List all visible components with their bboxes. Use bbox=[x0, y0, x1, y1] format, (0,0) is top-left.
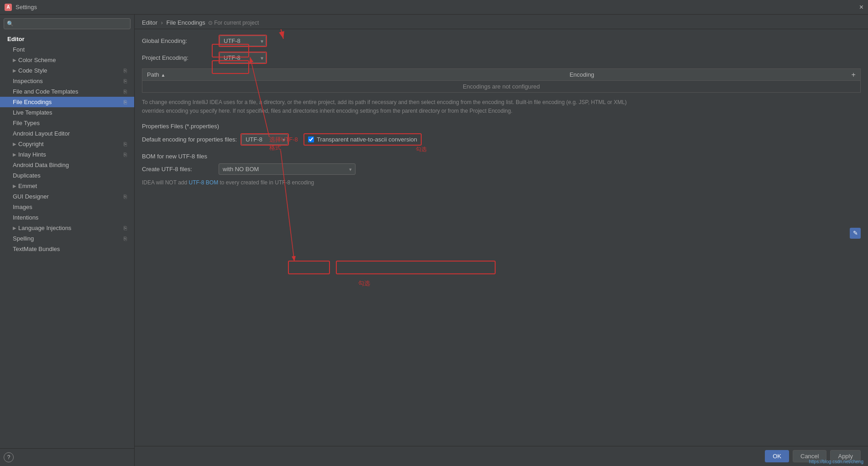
window-title: Settings bbox=[16, 4, 37, 10]
sidebar-item-android-data-binding[interactable]: Android Data Binding bbox=[0, 160, 134, 170]
info-text: To change encoding IntelliJ IDEA uses fo… bbox=[142, 98, 644, 115]
sidebar-item-label: Android Layout Editor bbox=[13, 130, 70, 137]
sidebar-item-font[interactable]: Font bbox=[0, 44, 134, 55]
sidebar-item-file-types[interactable]: File Types bbox=[0, 118, 134, 128]
breadcrumb-current: File Encodings bbox=[167, 19, 205, 26]
for-project-text: ⊙ For current project bbox=[208, 20, 259, 26]
sidebar-item-images[interactable]: Images bbox=[0, 202, 134, 212]
sidebar-item-file-encodings[interactable]: File Encodings ⎘ bbox=[0, 97, 134, 107]
sidebar-item-label: Live Templates bbox=[13, 109, 52, 116]
sidebar-item-label: Images bbox=[13, 204, 32, 210]
global-encoding-label: Global Encoding: bbox=[142, 37, 215, 44]
project-encoding-select[interactable]: UTF-8 UTF-16 ISO-8859-1 bbox=[220, 52, 266, 63]
breadcrumb-parent: Editor bbox=[142, 19, 157, 26]
main-header: Editor › File Encodings ⊙ For current pr… bbox=[135, 15, 868, 29]
sidebar-item-label: Color Scheme bbox=[18, 57, 56, 63]
sidebar-item-language-injections[interactable]: ▶ Language Injections ⎘ bbox=[0, 223, 134, 233]
watermark: https://blog.csdn.net/cheng bbox=[809, 459, 863, 464]
sidebar-item-inlay-hints[interactable]: ▶ Inlay Hints ⎘ bbox=[0, 149, 134, 160]
sidebar-item-gui-designer[interactable]: GUI Designer ⎘ bbox=[0, 191, 134, 202]
expand-arrow-icon: ▶ bbox=[13, 152, 16, 157]
idea-note: IDEA will NOT add UTF-8 BOM to every cre… bbox=[142, 179, 861, 186]
sidebar-item-label: Spelling bbox=[13, 235, 34, 242]
expand-arrow-icon: ▶ bbox=[13, 68, 16, 73]
bottom-bar: OK Cancel Apply bbox=[135, 446, 868, 466]
utf8-bom-link[interactable]: UTF-8 BOM bbox=[189, 179, 219, 186]
sidebar-item-spelling[interactable]: Spelling ⎘ bbox=[0, 233, 134, 244]
create-utf8-row: Create UTF-8 files: with NO BOM with BOM… bbox=[142, 163, 861, 175]
dialog-body: 🔍 Editor Font ▶ Color Scheme ▶ Code Styl… bbox=[0, 15, 868, 466]
sidebar-item-android-layout-editor[interactable]: Android Layout Editor bbox=[0, 128, 134, 139]
sidebar-item-live-templates[interactable]: Live Templates bbox=[0, 107, 134, 118]
sidebar-item-textmate-bundles[interactable]: TextMate Bundles bbox=[0, 244, 134, 254]
sidebar-item-intentions[interactable]: Intentions bbox=[0, 212, 134, 223]
sidebar-item-label: File Types bbox=[13, 120, 40, 126]
global-encoding-select[interactable]: UTF-8 UTF-16 ISO-8859-1 bbox=[220, 36, 266, 46]
sidebar-item-label: Code Style bbox=[18, 67, 47, 74]
properties-encoding-select-wrapper: UTF-8 UTF-16 ISO-8859-1 ▾ bbox=[241, 133, 289, 146]
page-icon: ⎘ bbox=[124, 225, 127, 231]
transparent-checkbox-wrapper: Transparent native-to-ascii conversion bbox=[303, 133, 422, 146]
search-icon: 🔍 bbox=[7, 21, 14, 27]
add-row-button[interactable]: + bbox=[847, 71, 861, 79]
sidebar-item-code-style[interactable]: ▶ Code Style ⎘ bbox=[0, 65, 134, 76]
page-icon: ⎘ bbox=[124, 78, 127, 84]
project-encoding-row: Project Encoding: UTF-8 UTF-16 ISO-8859-… bbox=[142, 52, 861, 64]
page-icon: ⎘ bbox=[124, 141, 127, 147]
nav-section: Editor Font ▶ Color Scheme ▶ Code Style … bbox=[0, 33, 134, 255]
empty-table-message: Encodings are not configured bbox=[142, 81, 861, 93]
sidebar-item-label: File Encodings bbox=[13, 99, 52, 105]
path-col-header: Path ▲ bbox=[142, 69, 565, 81]
main-content: Editor › File Encodings ⊙ For current pr… bbox=[135, 15, 868, 466]
sidebar-item-label: Android Data Binding bbox=[13, 162, 69, 168]
sidebar-item-copyright[interactable]: ▶ Copyright ⎘ bbox=[0, 139, 134, 149]
sidebar-item-file-code-templates[interactable]: File and Code Templates ⎘ bbox=[0, 86, 134, 97]
ok-button[interactable]: OK bbox=[765, 450, 789, 462]
bom-section: BOM for new UTF-8 files Create UTF-8 fil… bbox=[142, 153, 861, 186]
help-button[interactable]: ? bbox=[4, 452, 14, 462]
sidebar-item-label: Language Injections bbox=[18, 225, 71, 231]
sidebar-item-editor[interactable]: Editor bbox=[0, 34, 134, 44]
expand-arrow-icon: ▶ bbox=[13, 141, 16, 147]
pencil-icon: ✎ bbox=[853, 230, 858, 236]
bom-select-wrapper: with NO BOM with BOM with BOM (no BOM fo… bbox=[219, 163, 356, 175]
create-utf8-label: Create UTF-8 files: bbox=[142, 166, 215, 173]
sidebar-item-label: Inlay Hints bbox=[18, 151, 46, 158]
sidebar-item-inspections[interactable]: Inspections ⎘ bbox=[0, 76, 134, 86]
path-encoding-table: Path ▲ Encoding + Encodings are bbox=[142, 68, 861, 93]
page-icon: ⎘ bbox=[124, 89, 127, 95]
sidebar-bottom: ? bbox=[0, 448, 134, 466]
transparent-label: Transparent native-to-ascii conversion bbox=[317, 136, 417, 143]
page-icon: ⎘ bbox=[124, 68, 127, 74]
app-icon: A bbox=[5, 4, 12, 11]
sidebar-item-label: Font bbox=[13, 46, 25, 53]
title-bar: A Settings × bbox=[0, 0, 868, 15]
sidebar-item-label: Copyright bbox=[18, 141, 44, 147]
sidebar-item-color-scheme[interactable]: ▶ Color Scheme bbox=[0, 55, 134, 65]
edit-icon-button[interactable]: ✎ bbox=[850, 228, 861, 239]
sidebar-item-label: Inspections bbox=[13, 78, 43, 84]
add-col[interactable]: + bbox=[847, 69, 861, 81]
close-button[interactable]: × bbox=[859, 4, 863, 11]
page-icon: ⎘ bbox=[124, 152, 127, 158]
properties-section-title: Properties Files (*.properties) bbox=[142, 123, 861, 130]
global-encoding-select-wrapper: UTF-8 UTF-16 ISO-8859-1 ▾ bbox=[219, 35, 267, 47]
search-box[interactable]: 🔍 bbox=[4, 18, 131, 29]
search-input[interactable] bbox=[16, 21, 127, 27]
breadcrumb: Editor › File Encodings bbox=[142, 19, 205, 26]
sidebar-item-duplicates[interactable]: Duplicates bbox=[0, 170, 134, 181]
sidebar-item-label: File and Code Templates bbox=[13, 88, 78, 95]
properties-section: Properties Files (*.properties) Default … bbox=[142, 123, 861, 146]
project-encoding-select-wrapper: UTF-8 UTF-16 ISO-8859-1 ▾ bbox=[219, 52, 267, 64]
bom-select[interactable]: with NO BOM with BOM with BOM (no BOM fo… bbox=[219, 163, 356, 175]
bom-section-title: BOM for new UTF-8 files bbox=[142, 153, 861, 160]
sidebar-item-label: Emmet bbox=[18, 183, 37, 189]
sidebar-item-emmet[interactable]: ▶ Emmet bbox=[0, 181, 134, 191]
path-encoding-table-wrapper: Path ▲ Encoding + Encodings are bbox=[142, 68, 861, 93]
transparent-checkbox[interactable] bbox=[308, 136, 314, 142]
sidebar-item-label: Intentions bbox=[13, 214, 38, 221]
properties-encoding-select[interactable]: UTF-8 UTF-16 ISO-8859-1 bbox=[241, 134, 288, 145]
default-encoding-label: Default encoding for properties files: bbox=[142, 136, 237, 143]
page-icon: ⎘ bbox=[124, 99, 127, 105]
encoding-col-header: Encoding bbox=[565, 69, 847, 81]
